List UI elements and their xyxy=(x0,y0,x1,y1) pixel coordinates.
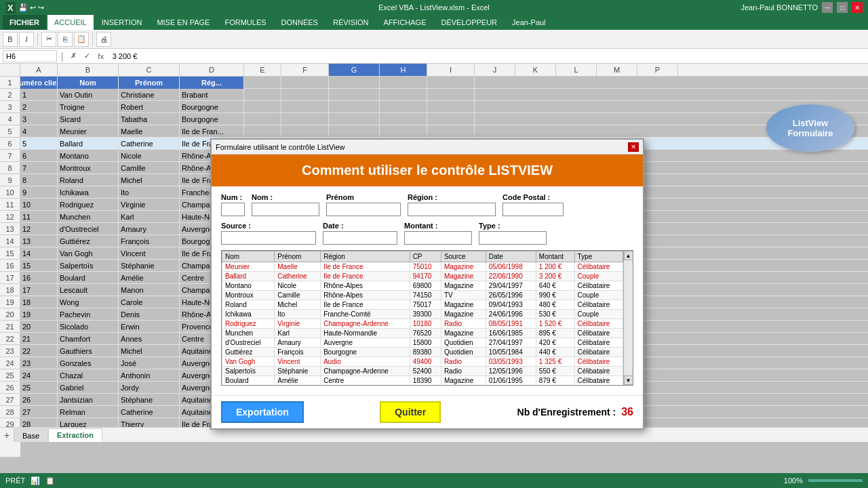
col-header-e[interactable]: E xyxy=(244,64,281,76)
col-header-c[interactable]: C xyxy=(119,64,180,76)
list-cell: Ichikawa xyxy=(222,310,275,319)
input-date[interactable] xyxy=(323,231,397,245)
ribbon-tab-developpeur[interactable]: DÉVELOPPEUR xyxy=(435,15,505,30)
list-item[interactable]: RolandMichelIle de France75017Magazine09… xyxy=(222,300,623,310)
list-item[interactable]: GuttiérezFrançoisBourgogne89380Quotidien… xyxy=(222,348,623,357)
list-item[interactable]: MontanoNicoleRhône-Alpes69800Magazine29/… xyxy=(222,281,623,291)
add-sheet-button[interactable]: + xyxy=(0,428,14,442)
col-header-k[interactable]: K xyxy=(515,64,556,76)
cell-prenom: Manon xyxy=(119,284,180,296)
ribbon-tab-affichage[interactable]: AFFICHAGE xyxy=(377,15,433,30)
list-item[interactable]: MeunierMaelleIle de France75010Magazine0… xyxy=(222,262,623,272)
ribbon-tab-formules[interactable]: FORMULES xyxy=(218,15,273,30)
copy-icon[interactable]: ⎘ xyxy=(58,32,73,47)
input-num[interactable] xyxy=(221,203,245,216)
list-cell: 18390 xyxy=(410,376,441,386)
listview-scrollbar[interactable]: ▲ ▼ xyxy=(623,251,633,385)
list-cell: Quotidien xyxy=(441,348,486,357)
list-item[interactable]: Van GoghVincentAudio49400Radio03/05/1993… xyxy=(222,357,623,367)
scroll-up-button[interactable]: ▲ xyxy=(624,251,633,260)
quit-button[interactable]: Quitter xyxy=(380,401,441,423)
export-button[interactable]: Exportation xyxy=(221,401,304,423)
ribbon-tab-fichier[interactable]: FICHIER xyxy=(3,15,46,30)
confirm-formula-icon[interactable]: ✓ xyxy=(81,50,94,62)
cancel-formula-icon[interactable]: ✗ xyxy=(68,50,80,62)
col-header-l[interactable]: L xyxy=(556,64,597,76)
cell-id: 14 xyxy=(20,247,58,260)
col-header-a[interactable]: A xyxy=(20,64,58,76)
input-region[interactable] xyxy=(408,203,496,216)
input-cp[interactable] xyxy=(502,203,564,216)
table-row[interactable]: 4 Meunier Maelle Ile de Fran... xyxy=(20,125,868,138)
ribbon-tab-mise-en-page[interactable]: MISE EN PAGE xyxy=(150,15,216,30)
list-item[interactable]: RodriguezVirginieChampagne-Ardenne10180R… xyxy=(222,319,623,329)
dialog-title-bar: Formulaire utilisant le contrôle ListVie… xyxy=(212,140,643,155)
input-montant[interactable] xyxy=(404,231,472,245)
table-row[interactable]: 2 Troigne Robert Bourgogne xyxy=(20,101,868,113)
list-item[interactable]: BallardCatherineIle de France94170Magazi… xyxy=(222,272,623,281)
ribbon-tab-revision[interactable]: RÉVISION xyxy=(326,15,376,30)
list-cell: 29/04/1997 xyxy=(486,281,536,291)
ribbon-tab-accueil[interactable]: ACCUEIL xyxy=(47,15,94,30)
listview-col-header: Montant xyxy=(536,251,574,262)
col-header-g[interactable]: G xyxy=(329,64,380,76)
ribbon-tab-donnees[interactable]: DONNÉES xyxy=(275,15,325,30)
input-prenom[interactable] xyxy=(326,203,401,216)
scroll-down-button[interactable]: ▼ xyxy=(624,375,633,385)
save-icon[interactable]: 💾 xyxy=(18,3,28,12)
input-type[interactable] xyxy=(479,231,547,245)
col-header-n[interactable]: P xyxy=(637,64,678,76)
paste-icon[interactable]: 📋 xyxy=(74,32,89,47)
redo-icon[interactable]: ↪ xyxy=(38,3,44,12)
list-cell: 24/06/1996 xyxy=(486,310,536,319)
italic-icon[interactable]: I xyxy=(19,32,34,47)
list-cell: 530 € xyxy=(536,310,574,319)
bold-icon[interactable]: B xyxy=(3,32,18,47)
list-cell: 09/04/1993 xyxy=(486,300,536,310)
ribbon-tab-insertion[interactable]: INSERTION xyxy=(95,15,149,30)
dialog-close-button[interactable]: ✕ xyxy=(628,142,639,152)
list-item[interactable]: IchikawaItoFranche-Comté39300Magazine24/… xyxy=(222,310,623,319)
close-window-button[interactable]: ✕ xyxy=(852,2,863,13)
cell-nom: Van Outin xyxy=(58,89,119,101)
scroll-track[interactable] xyxy=(624,260,633,375)
col-header-j[interactable]: J xyxy=(475,64,515,76)
sheet-tab-base[interactable]: Base xyxy=(14,428,48,442)
col-header-f[interactable]: F xyxy=(281,64,329,76)
list-cell: Ballard xyxy=(222,272,275,281)
list-item[interactable]: MunchenKarlHaute-Normandie76520Magazine1… xyxy=(222,329,623,338)
col-header-i[interactable]: I xyxy=(427,64,475,76)
zoom-slider[interactable] xyxy=(808,479,863,482)
name-box[interactable]: H6 xyxy=(3,50,57,62)
listview-container: NomPrénomRégionCPSourceDateMontantType M… xyxy=(221,250,633,386)
col-header-m[interactable]: M xyxy=(597,64,637,76)
input-nom[interactable] xyxy=(252,203,319,216)
formula-input[interactable] xyxy=(110,52,865,60)
sheet-tab-extraction[interactable]: Extraction xyxy=(48,428,102,442)
print-icon[interactable]: 🖨 xyxy=(96,32,111,47)
list-cell: 75010 xyxy=(410,262,441,272)
table-row[interactable]: 3 Sicard Tabatha Bourgogne xyxy=(20,113,868,125)
cell-g xyxy=(329,113,380,125)
cell-e xyxy=(244,89,281,101)
col-header-h[interactable]: H xyxy=(380,64,427,76)
maximize-button[interactable]: □ xyxy=(837,2,848,13)
col-header-d[interactable]: D xyxy=(180,64,244,76)
table-row[interactable]: 1 Van Outin Christiane Brabant xyxy=(20,89,868,101)
col-header-b[interactable]: B xyxy=(58,64,119,76)
form-group-type: Type : xyxy=(479,222,547,245)
list-item[interactable]: MontrouxCamilleRhône-Alpes74150TV26/05/1… xyxy=(222,291,623,300)
list-cell: 990 € xyxy=(536,291,574,300)
list-item[interactable]: BoulardAmélieCentre18390Magazine01/06/19… xyxy=(222,376,623,386)
cell-nom: Meunier xyxy=(58,125,119,138)
list-item[interactable]: d'OustrecielAmauryAuvergne15800Quotidien… xyxy=(222,338,623,348)
insert-function-icon[interactable]: fx xyxy=(95,50,107,62)
header-region: Rég... xyxy=(180,77,244,89)
input-source[interactable] xyxy=(221,231,316,245)
cut-icon[interactable]: ✂ xyxy=(41,32,56,47)
cell-nom: Montroux xyxy=(58,162,119,174)
list-item[interactable]: SalpertoïsStéphanieChampagne-Ardenne5240… xyxy=(222,367,623,376)
undo-icon[interactable]: ↩ xyxy=(30,3,36,12)
ribbon-tab-user[interactable]: Jean-Paul xyxy=(505,15,553,30)
minimize-button[interactable]: ─ xyxy=(822,2,833,13)
